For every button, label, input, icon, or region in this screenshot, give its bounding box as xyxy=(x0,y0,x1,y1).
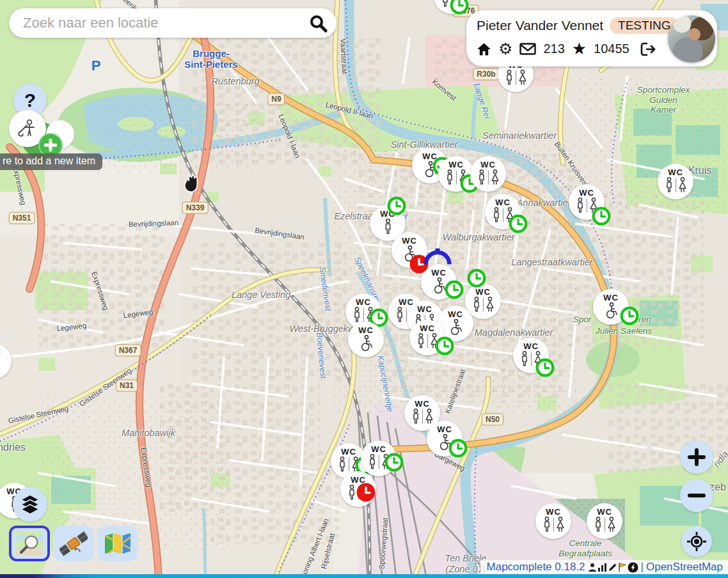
user-name: Pieter Vander Vennet xyxy=(477,18,603,33)
male-female-icon xyxy=(416,333,439,349)
wc-marker-label: WC xyxy=(546,507,561,517)
wc-marker[interactable]: WC xyxy=(535,503,571,539)
male-female-icon xyxy=(542,517,566,533)
male-icon xyxy=(383,219,393,235)
wc-marker-label: WC xyxy=(437,425,452,434)
wc-marker-label: WC xyxy=(341,447,356,457)
wc-marker-label: WC xyxy=(351,475,366,485)
wc-marker-label: WC xyxy=(431,268,447,277)
license-icon[interactable] xyxy=(628,562,638,573)
wheelchair-icon xyxy=(422,161,439,178)
wheelchair-icon xyxy=(447,319,464,336)
wc-marker-label: WC xyxy=(523,341,539,351)
wc-marker[interactable]: WC xyxy=(434,0,470,14)
wc-marker-label: WC xyxy=(380,209,395,219)
wheelchair-icon xyxy=(436,434,454,451)
wc-marker-label: WC xyxy=(597,507,612,517)
wc-marker[interactable]: WC xyxy=(340,471,376,507)
male-female-icon xyxy=(664,177,688,193)
wc-marker-label: WC xyxy=(448,309,463,319)
theme-progress-bar xyxy=(0,574,728,578)
opening-hours-badge xyxy=(467,269,486,288)
wc-marker-label: WC xyxy=(475,287,491,297)
logout-icon[interactable] xyxy=(640,42,656,56)
wc-marker-label: WC xyxy=(579,188,594,198)
wheelchair-icon xyxy=(358,335,375,352)
gear-icon[interactable]: ⚙ xyxy=(498,40,512,58)
background-map-button[interactable] xyxy=(97,526,138,561)
wheelchair-icon xyxy=(603,302,620,319)
attribution-separator: | xyxy=(641,561,644,574)
wc-marker-label: WC xyxy=(356,297,371,307)
mapcomplete-version-link[interactable]: Mapcomplete 0.18.2 xyxy=(487,561,585,574)
wc-marker[interactable]: WC xyxy=(348,322,384,357)
wc-marker[interactable]: WC xyxy=(569,184,605,220)
flag-icon[interactable] xyxy=(618,562,627,572)
search-icon[interactable] xyxy=(308,13,328,33)
opening-hours-badge xyxy=(445,280,464,299)
male-female-icon xyxy=(593,517,617,533)
wc-marker[interactable]: WC xyxy=(361,441,397,476)
changeset-count: 10455 xyxy=(594,42,629,56)
markers-layer: WCWCWCWCWCWCWCWCWCWCWCWCWCWCWCWCWCWCWCWC… xyxy=(0,0,728,578)
wc-marker-label: WC xyxy=(371,444,386,454)
wc-marker-label: WC xyxy=(603,293,619,302)
layers-button[interactable] xyxy=(13,487,47,522)
wc-marker[interactable]: WC xyxy=(513,338,549,373)
wc-marker-label: WC xyxy=(480,160,496,169)
wc-marker-label: WC xyxy=(358,325,374,335)
map-app: Brugge- Sint-PietersRustenburgSint-Gilli… xyxy=(0,0,728,578)
wc-marker-label: WC xyxy=(668,168,683,177)
statistics-icon[interactable] xyxy=(597,563,607,572)
wc-marker-label: WC xyxy=(417,304,432,314)
search-bar xyxy=(9,8,336,38)
wc-marker-label: WC xyxy=(420,324,435,333)
geolocate-button[interactable] xyxy=(681,526,712,557)
wc-marker-label: WC xyxy=(422,152,438,161)
background-osm-carto-button[interactable] xyxy=(9,526,50,561)
opening-hours-badge xyxy=(620,306,639,325)
message-count: 213 xyxy=(543,42,564,56)
home-icon[interactable] xyxy=(477,42,491,56)
male-female-icon xyxy=(504,70,528,86)
male-female-icon xyxy=(337,457,361,473)
wc-marker-label: WC xyxy=(402,236,417,246)
zoom-controls xyxy=(680,441,713,512)
wheelchair-icon xyxy=(431,277,448,294)
wc-marker-label: WC xyxy=(0,347,1,357)
male-female-icon xyxy=(519,351,543,367)
wc-marker[interactable]: WC xyxy=(587,503,622,539)
star-icon[interactable]: ★ xyxy=(572,39,587,59)
zoom-in-button[interactable] xyxy=(680,441,713,474)
male-female-icon xyxy=(445,169,468,185)
wc-marker[interactable]: WC xyxy=(438,156,474,192)
wc-marker[interactable]: WC xyxy=(470,156,506,192)
user-avatar[interactable] xyxy=(668,15,715,63)
background-satellite-button[interactable] xyxy=(53,526,94,561)
openstreetmap-link[interactable]: OpenStreetMap xyxy=(646,561,723,574)
background-style-bar xyxy=(9,526,138,561)
male-female-icon xyxy=(575,198,599,214)
edit-icon[interactable] xyxy=(608,563,617,572)
male-female-icon xyxy=(411,409,434,425)
wc-marker[interactable]: WC xyxy=(409,320,445,355)
contributor-icon[interactable] xyxy=(588,563,597,572)
male-female-icon xyxy=(477,169,500,185)
wc-marker-label: WC xyxy=(448,160,464,169)
zoom-out-button[interactable] xyxy=(680,479,713,512)
wc-marker-label: WC xyxy=(495,198,510,207)
wc-marker[interactable]: WC xyxy=(485,194,521,230)
selected-element-arc xyxy=(423,248,452,265)
male-female-icon xyxy=(440,0,464,8)
add-item-tooltip: re to add a new item xyxy=(0,153,102,170)
wc-marker[interactable]: WC xyxy=(427,421,463,457)
wc-marker[interactable]: WC xyxy=(593,289,629,325)
search-input[interactable] xyxy=(22,14,308,32)
male-female-icon xyxy=(367,454,391,470)
envelope-icon[interactable] xyxy=(519,43,536,55)
wc-marker[interactable]: WC xyxy=(0,343,12,379)
attribution-bar: Mapcomplete 0.18.2 | OpenStreetMap xyxy=(480,560,728,574)
male-female-icon xyxy=(491,207,515,223)
male-female-icon xyxy=(347,485,370,501)
wc-marker[interactable]: WC xyxy=(658,164,693,199)
